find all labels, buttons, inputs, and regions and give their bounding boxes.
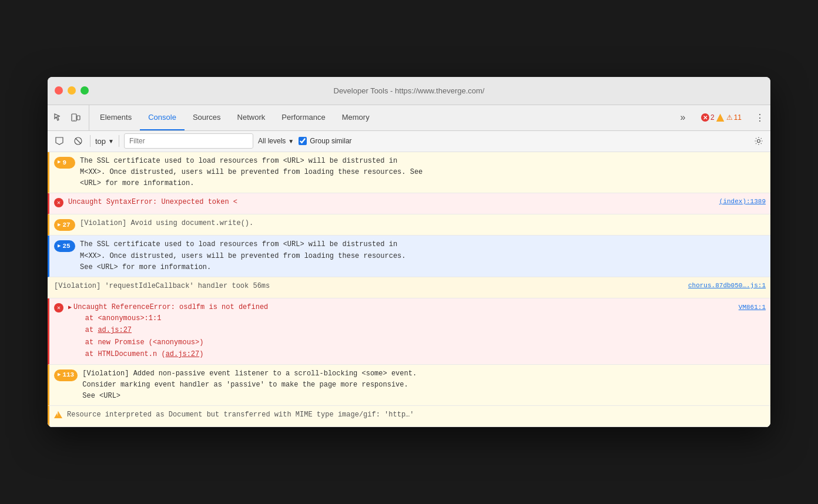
play-icon: ▶	[58, 159, 61, 167]
filter-input[interactable]	[124, 133, 253, 149]
badge-count-113: ▶ 113	[54, 369, 78, 381]
svg-point-6	[757, 140, 760, 143]
nav-tabs: Elements Console Sources Network Perform…	[92, 105, 672, 130]
console-separator-1	[90, 135, 90, 147]
log-entry-docwrite-warning: ▶ 27 [Violation] Avoid using document.wr…	[48, 214, 770, 236]
ssl-warning-text: The SSL certificate used to load resourc…	[80, 156, 766, 190]
toolbar-left-icons	[50, 105, 89, 130]
tab-sources[interactable]: Sources	[185, 105, 229, 130]
main-toolbar: Elements Console Sources Network Perform…	[48, 105, 770, 131]
ref-error-source[interactable]: VM861:1	[739, 303, 766, 313]
error-count-badge: ✕ 2	[701, 113, 715, 122]
stack-line-2: at ad.js:27	[68, 324, 766, 336]
block-icon-button[interactable]	[71, 134, 85, 148]
svg-rect-0	[72, 114, 76, 121]
idle-callback-source[interactable]: chorus.87db050….js:1	[688, 281, 766, 291]
stack-line-4: at HTMLDocument.n (ad.js:27)	[68, 348, 766, 360]
error-icon: ✕	[701, 113, 709, 122]
count-value-2: 27	[62, 220, 70, 230]
window-title: Developer Tools - https://www.theverge.c…	[334, 86, 485, 95]
tab-network[interactable]: Network	[229, 105, 274, 130]
warn-icon	[716, 113, 725, 122]
context-dropdown-arrow: ▼	[108, 138, 114, 145]
passive-warning-text: [Violation] Added non-passive event list…	[82, 368, 766, 402]
log-entry-syntax-error: ✕ Uncaught SyntaxError: Unexpected token…	[48, 193, 770, 214]
play-icon-2: ▶	[58, 221, 61, 230]
ref-error-content: ▶Uncaught ReferenceError: osdlfm is not …	[68, 302, 766, 361]
tab-elements[interactable]: Elements	[92, 105, 140, 130]
play-icon-4: ▶	[58, 371, 61, 379]
settings-menu-button[interactable]: ⋮	[752, 109, 768, 126]
warn-count-badge: ⚠ 11	[716, 113, 742, 122]
console-toolbar: top ▼ All levels ▼ Group similar	[48, 131, 770, 152]
ref-error-title: ▶Uncaught ReferenceError: osdlfm is not …	[68, 302, 268, 313]
tab-memory[interactable]: Memory	[334, 105, 378, 130]
stack-link-2[interactable]: ad.js:27	[166, 350, 200, 358]
stack-link-1[interactable]: ad.js:27	[98, 326, 132, 334]
levels-label: All levels	[258, 137, 286, 145]
badge-count-25: ▶ 25	[54, 240, 75, 252]
error-count: 2	[710, 113, 715, 122]
idle-callback-text: [Violation] 'requestIdleCallback' handle…	[54, 281, 683, 292]
clear-console-button[interactable]	[52, 134, 66, 148]
ref-error-stack: at <anonymous>:1:1 at ad.js:27 at new Pr…	[68, 313, 766, 361]
log-entry-idle-callback: [Violation] 'requestIdleCallback' handle…	[48, 277, 770, 298]
syntax-error-text: Uncaught SyntaxError: Unexpected token <	[68, 197, 237, 207]
console-log: ▶ 9 The SSL certificate used to load res…	[48, 152, 770, 427]
group-similar-text: Group similar	[310, 137, 351, 145]
warn-count: 11	[734, 113, 742, 122]
svg-rect-1	[77, 116, 80, 120]
tab-performance[interactable]: Performance	[273, 105, 333, 130]
log-entry-ref-error: ✕ ▶Uncaught ReferenceError: osdlfm is no…	[48, 298, 770, 365]
devtools-window: Developer Tools - https://www.theverge.c…	[48, 77, 770, 427]
svg-line-5	[76, 139, 81, 144]
docwrite-warning-text: [Violation] Avoid using document.write()…	[80, 218, 766, 229]
title-bar: Developer Tools - https://www.theverge.c…	[48, 77, 770, 105]
toolbar-right: » ✕ 2 ⚠ 11 ⋮	[672, 105, 768, 130]
console-settings-button[interactable]	[752, 134, 766, 148]
tab-console[interactable]: Console	[140, 105, 185, 130]
context-selector[interactable]: top ▼	[95, 137, 114, 146]
log-entry-mime-warning: Resource interpreted as Document but tra…	[48, 406, 770, 427]
ref-error-header: ▶Uncaught ReferenceError: osdlfm is not …	[68, 302, 766, 313]
log-entry-ssl-info: ▶ 25 The SSL certificate used to load re…	[48, 236, 770, 277]
syntax-error-source[interactable]: (index):1389	[719, 197, 766, 207]
console-separator-2	[119, 135, 119, 147]
device-toolbar-button[interactable]	[68, 109, 84, 126]
error-circle-icon-2: ✕	[54, 303, 63, 313]
error-circle-icon: ✕	[54, 198, 63, 207]
count-value: 9	[62, 158, 66, 168]
traffic-lights	[55, 86, 89, 95]
play-icon-3: ▶	[58, 243, 61, 251]
svg-marker-3	[56, 137, 63, 145]
count-value-4: 113	[62, 370, 74, 380]
mime-warning-text: Resource interpreted as Document but tra…	[67, 409, 766, 421]
stack-line-3: at new Promise (<anonymous>)	[68, 337, 766, 348]
levels-dropdown[interactable]: All levels ▼	[258, 137, 294, 145]
warn-triangle-icon	[54, 411, 62, 418]
levels-arrow: ▼	[288, 138, 294, 145]
svg-point-2	[73, 120, 75, 122]
log-entry-ssl-warning: ▶ 9 The SSL certificate used to load res…	[48, 152, 770, 194]
inspect-element-button[interactable]	[50, 109, 66, 126]
ssl-info-text: The SSL certificate used to load resourc…	[80, 239, 766, 273]
error-badge: ✕ 2 ⚠ 11	[701, 113, 742, 122]
count-value-3: 25	[62, 241, 70, 251]
minimize-button[interactable]	[68, 86, 76, 95]
more-tabs-button[interactable]: »	[675, 109, 691, 126]
stack-line-1: at <anonymous>:1:1	[68, 313, 766, 324]
context-value: top	[95, 137, 106, 146]
expand-triangle[interactable]: ▶	[68, 304, 72, 311]
close-button[interactable]	[55, 86, 63, 95]
log-entry-passive-warning: ▶ 113 [Violation] Added non-passive even…	[48, 365, 770, 406]
maximize-button[interactable]	[81, 86, 89, 95]
group-similar-checkbox-label[interactable]: Group similar	[299, 137, 351, 145]
group-similar-checkbox[interactable]	[299, 137, 307, 145]
badge-count-9: ▶ 9	[54, 157, 75, 169]
badge-count-27: ▶ 27	[54, 219, 75, 231]
